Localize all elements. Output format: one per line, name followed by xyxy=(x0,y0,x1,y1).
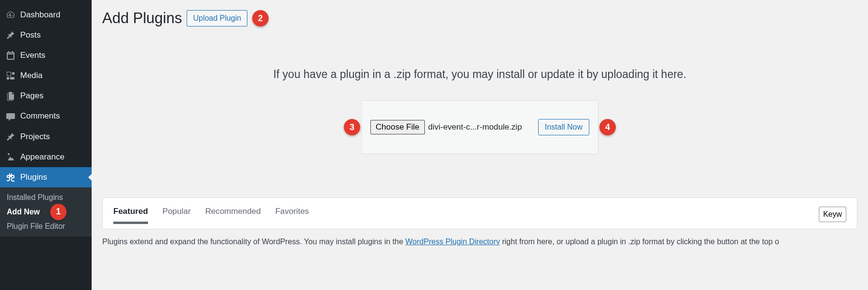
sidebar-item-media[interactable]: Media xyxy=(0,66,92,86)
admin-sidebar: Dashboard Posts Events Media Pages Comme… xyxy=(0,0,92,290)
sidebar-item-pages[interactable]: Pages xyxy=(0,86,92,106)
plugin-directory-link[interactable]: WordPress Plugin Directory xyxy=(406,237,500,246)
plugins-description: Plugins extend and expand the functional… xyxy=(102,236,857,248)
page-header: Add Plugins Upload Plugin 2 xyxy=(102,10,857,27)
search-type-select[interactable]: Keyw xyxy=(819,207,846,222)
tab-favorites[interactable]: Favorites xyxy=(275,207,309,222)
plugins-icon xyxy=(6,172,15,182)
submenu-plugin-file-editor[interactable]: Plugin File Editor xyxy=(0,219,92,234)
step-badge-3: 3 xyxy=(344,119,360,135)
sidebar-item-appearance[interactable]: Appearance xyxy=(0,147,92,167)
choose-file-button[interactable]: Choose File xyxy=(370,120,425,134)
sidebar-item-label: Projects xyxy=(20,132,50,142)
submenu-add-new[interactable]: Add New 1 xyxy=(0,205,92,219)
tab-recommended[interactable]: Recommended xyxy=(205,207,260,222)
sidebar-item-label: Posts xyxy=(20,30,41,40)
tab-featured[interactable]: Featured xyxy=(113,207,148,222)
pages-icon xyxy=(6,91,15,101)
media-icon xyxy=(6,71,15,80)
sidebar-item-dashboard[interactable]: Dashboard xyxy=(0,5,92,25)
main-content: Add Plugins Upload Plugin 2 If you have … xyxy=(92,0,868,290)
submenu-label: Add New xyxy=(7,208,40,216)
description-suffix: right from here, or upload a plugin in .… xyxy=(500,237,779,246)
step-badge-4: 4 xyxy=(599,119,616,135)
comments-icon xyxy=(6,112,15,121)
pin-icon xyxy=(6,30,15,40)
dashboard-icon xyxy=(6,10,15,20)
sidebar-item-events[interactable]: Events xyxy=(0,45,92,66)
sidebar-item-label: Comments xyxy=(20,111,60,121)
sidebar-item-posts[interactable]: Posts xyxy=(0,25,92,45)
search-controls: Keyw xyxy=(819,207,846,222)
upload-plugin-button[interactable]: Upload Plugin xyxy=(187,10,247,26)
upload-box: 3 Choose File divi-event-c...r-module.zi… xyxy=(361,100,598,154)
calendar-icon xyxy=(6,51,15,60)
step-badge-1: 1 xyxy=(50,204,67,220)
tab-popular[interactable]: Popular xyxy=(163,207,191,222)
sidebar-item-label: Events xyxy=(20,50,45,61)
plugin-tabs-panel: Featured Popular Recommended Favorites K… xyxy=(102,198,857,229)
sidebar-item-label: Appearance xyxy=(20,152,65,162)
submenu-label: Plugin File Editor xyxy=(7,222,65,231)
sidebar-item-label: Plugins xyxy=(20,172,47,183)
appearance-icon xyxy=(6,152,15,162)
sidebar-item-label: Pages xyxy=(20,91,43,101)
upload-hint-text: If you have a plugin in a .zip format, y… xyxy=(102,68,857,81)
sidebar-item-label: Dashboard xyxy=(20,10,60,20)
sidebar-item-label: Media xyxy=(20,70,42,81)
description-prefix: Plugins extend and expand the functional… xyxy=(102,237,406,246)
sidebar-item-plugins[interactable]: Plugins xyxy=(0,167,92,187)
sidebar-item-projects[interactable]: Projects xyxy=(0,127,92,147)
sidebar-item-comments[interactable]: Comments xyxy=(0,106,92,126)
submenu-installed-plugins[interactable]: Installed Plugins xyxy=(0,190,92,205)
submenu-label: Installed Plugins xyxy=(7,193,63,202)
page-title: Add Plugins xyxy=(102,10,182,27)
file-input-group: Choose File divi-event-c...r-module.zip xyxy=(370,120,522,134)
selected-file-name: divi-event-c...r-module.zip xyxy=(428,122,522,132)
plugins-submenu: Installed Plugins Add New 1 Plugin File … xyxy=(0,187,92,237)
plugin-tabs: Featured Popular Recommended Favorites xyxy=(113,207,309,222)
step-badge-2: 2 xyxy=(252,10,269,26)
install-now-button[interactable]: Install Now xyxy=(538,119,589,135)
pin-icon xyxy=(6,132,15,142)
